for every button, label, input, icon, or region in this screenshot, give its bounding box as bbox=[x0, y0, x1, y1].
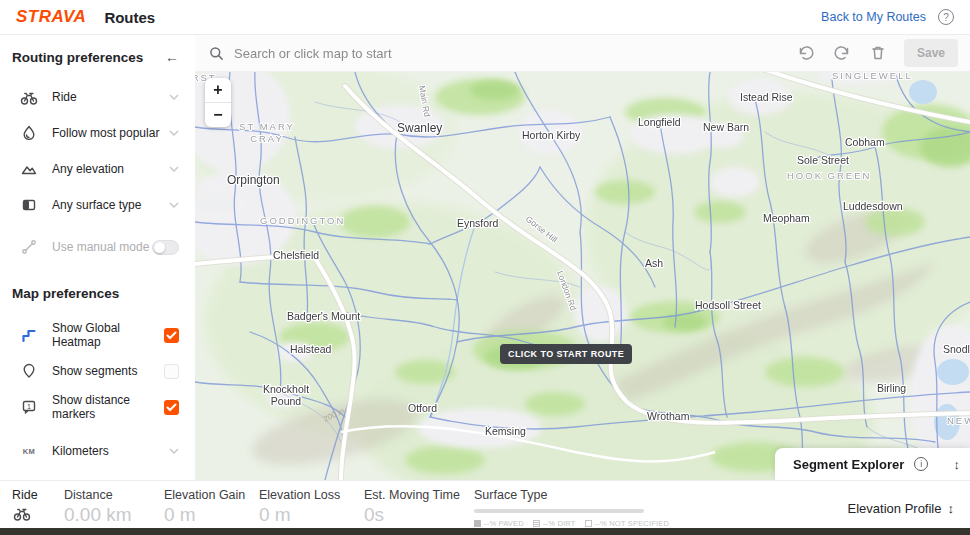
map-area-label: GODDINGTON bbox=[260, 215, 345, 226]
back-to-my-routes-link[interactable]: Back to My Routes bbox=[821, 10, 926, 24]
search-input[interactable] bbox=[234, 46, 784, 61]
distance-markers-checkbox[interactable] bbox=[164, 400, 179, 415]
map-town-label: Knockholt bbox=[263, 383, 309, 395]
map-town-label: Hodsoll Street bbox=[695, 299, 761, 311]
global-heatmap-label: Show Global Heatmap bbox=[52, 321, 164, 349]
moving-time-value: 0s bbox=[364, 504, 474, 526]
moving-time-label: Est. Moving Time bbox=[364, 488, 474, 502]
legend-paved: --% PAVED bbox=[474, 519, 524, 528]
bottom-edge-strip bbox=[0, 528, 970, 535]
expand-panel-icon[interactable]: ↕ bbox=[954, 457, 961, 472]
chevron-down-icon bbox=[169, 202, 179, 208]
elevation-select[interactable]: Any elevation bbox=[0, 151, 195, 187]
help-icon[interactable]: ? bbox=[938, 9, 954, 25]
distance-value: 0.00 km bbox=[64, 504, 164, 526]
redo-button[interactable] bbox=[828, 41, 856, 65]
map-town-label: Luddesdown bbox=[843, 200, 903, 212]
map-town-label: Horton Kirby bbox=[522, 129, 581, 141]
surface-type-label: Any surface type bbox=[52, 198, 169, 212]
map-base-layer: IRST ST MARY CRAY GODDINGTON HOOK GREEN … bbox=[195, 72, 970, 480]
map-town-label: Swanley bbox=[397, 121, 442, 135]
route-type-label: Ride bbox=[52, 90, 169, 104]
paved-swatch-icon bbox=[474, 520, 481, 527]
map-town-label: Pound bbox=[271, 395, 302, 407]
map-toolbar: Save bbox=[195, 35, 970, 72]
map-town-label: Ash bbox=[645, 257, 663, 269]
km-icon: KM bbox=[20, 442, 38, 460]
elevation-profile-label: Elevation Profile bbox=[848, 501, 942, 516]
global-heatmap-checkbox[interactable] bbox=[164, 328, 179, 343]
map-town-label: Orpington bbox=[227, 173, 280, 187]
map-area-label: ST MARY bbox=[239, 121, 295, 132]
map-town-label: Sole Street bbox=[797, 154, 849, 166]
map-area-label: SINGLEWELL bbox=[832, 72, 913, 81]
map-town-label: Wrotham bbox=[647, 410, 690, 422]
map-town-label: Badger's Mount bbox=[287, 310, 360, 322]
follow-most-popular-icon bbox=[20, 124, 38, 142]
chevron-down-icon bbox=[169, 448, 179, 454]
map-preferences-heading: Map preferences bbox=[12, 286, 119, 301]
undo-button[interactable] bbox=[792, 41, 820, 65]
page-title: Routes bbox=[104, 9, 155, 26]
strava-logo[interactable]: STRAVA bbox=[16, 7, 86, 27]
legend-dirt: --% DIRT bbox=[533, 519, 576, 528]
chevron-down-icon bbox=[169, 94, 179, 100]
surface-type-icon bbox=[20, 196, 38, 214]
map-town-label: Meopham bbox=[763, 212, 810, 224]
segment-pin-icon bbox=[20, 362, 38, 380]
stat-mode-label: Ride bbox=[12, 488, 64, 502]
zoom-in-button[interactable]: + bbox=[205, 78, 231, 102]
global-heatmap-row[interactable]: Show Global Heatmap bbox=[0, 317, 195, 353]
popularity-label: Follow most popular bbox=[52, 126, 169, 140]
surface-type-select[interactable]: Any surface type bbox=[0, 187, 195, 223]
search-icon bbox=[209, 46, 224, 61]
legend-not-specified: --% NOT SPECIFIED bbox=[585, 519, 670, 528]
map-area-label: CRAY bbox=[250, 133, 284, 144]
surface-type-bar bbox=[474, 509, 644, 513]
elevation-label: Any elevation bbox=[52, 162, 169, 176]
routing-preferences-heading: Routing preferences bbox=[12, 50, 143, 65]
popularity-select[interactable]: Follow most popular bbox=[0, 115, 195, 151]
segment-explorer-panel[interactable]: Segment Explorer i ↕ bbox=[775, 448, 970, 480]
chevron-down-icon bbox=[169, 130, 179, 136]
elevation-icon bbox=[20, 160, 38, 178]
stat-elevation-loss: Elevation Loss 0 m bbox=[259, 488, 364, 528]
map-zoom-control: + − bbox=[205, 78, 231, 127]
stat-moving-time: Est. Moving Time 0s bbox=[364, 488, 474, 528]
elevation-loss-value: 0 m bbox=[259, 504, 364, 526]
manual-mode-label: Use manual mode bbox=[52, 240, 152, 254]
distance-markers-row[interactable]: 1 Show distance markers bbox=[0, 389, 195, 425]
units-select[interactable]: KM Kilometers bbox=[0, 433, 195, 469]
chevron-down-icon bbox=[169, 166, 179, 172]
info-icon[interactable]: i bbox=[914, 457, 928, 471]
svg-text:1: 1 bbox=[27, 403, 31, 410]
expand-elevation-icon: ↕ bbox=[948, 501, 955, 516]
route-type-select[interactable]: Ride bbox=[0, 79, 195, 115]
manual-mode-icon bbox=[20, 238, 38, 256]
surface-type-label: Surface Type bbox=[474, 488, 724, 502]
distance-marker-icon: 1 bbox=[20, 398, 38, 416]
map-canvas[interactable]: IRST ST MARY CRAY GODDINGTON HOOK GREEN … bbox=[195, 72, 970, 480]
stat-surface-type: Surface Type --% PAVED --% DIRT --% NOT … bbox=[474, 488, 724, 528]
map-town-label: Istead Rise bbox=[740, 91, 793, 103]
manual-mode-toggle[interactable] bbox=[152, 240, 179, 255]
map-town-label: New Barn bbox=[703, 121, 749, 133]
zoom-out-button[interactable]: − bbox=[205, 103, 231, 127]
map-town-label: Longfield bbox=[638, 116, 681, 128]
elevation-loss-label: Elevation Loss bbox=[259, 488, 364, 502]
segments-label: Show segments bbox=[52, 364, 164, 378]
map-town-label: Otford bbox=[408, 402, 437, 414]
elevation-profile-button[interactable]: Elevation Profile ↕ bbox=[848, 501, 954, 516]
delete-route-button[interactable] bbox=[864, 41, 892, 65]
segments-checkbox[interactable] bbox=[164, 364, 179, 379]
manual-mode-row[interactable]: Use manual mode bbox=[0, 229, 195, 265]
stat-elevation-gain: Elevation Gain 0 m bbox=[164, 488, 259, 528]
map-town-label: Halstead bbox=[290, 343, 332, 355]
bike-icon bbox=[20, 88, 38, 106]
save-button[interactable]: Save bbox=[904, 39, 958, 67]
segment-explorer-title: Segment Explorer bbox=[793, 457, 904, 472]
collapse-sidebar-icon[interactable]: ← bbox=[165, 49, 179, 65]
segments-row[interactable]: Show segments bbox=[0, 353, 195, 389]
elevation-gain-label: Elevation Gain bbox=[164, 488, 259, 502]
units-label: Kilometers bbox=[52, 444, 169, 458]
